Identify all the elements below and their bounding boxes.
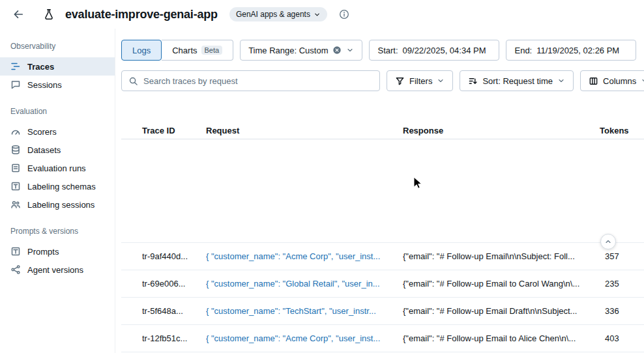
back-button[interactable] bbox=[9, 5, 27, 23]
response-cell: {"email": "# Follow-up Email\n\nSubject:… bbox=[403, 251, 600, 261]
section-prompts-versions: Prompts & versions bbox=[0, 214, 115, 242]
sidebar-item-label: Traces bbox=[27, 62, 54, 72]
trace-id-cell[interactable]: tr-12fb51c... bbox=[142, 333, 206, 343]
chevron-down-icon bbox=[346, 46, 354, 54]
sessions-icon bbox=[10, 79, 21, 90]
sidebar-item-evaluation-runs[interactable]: Evaluation runs bbox=[0, 159, 115, 177]
sort-button[interactable]: Sort: Request time bbox=[460, 70, 574, 91]
sidebar: Observability Traces Sessions Evaluation… bbox=[0, 29, 115, 353]
end-value: 11/19/2025, 02:26 PM bbox=[536, 46, 619, 55]
table-header-row: Trace ID Request Response Tokens bbox=[121, 122, 644, 139]
request-cell[interactable]: { "customer_name": "TechStart", "user_in… bbox=[206, 306, 403, 316]
end-date-field[interactable]: End: 11/19/2025, 02:26 PM bbox=[506, 40, 636, 61]
sidebar-item-labeling-sessions[interactable]: Labeling sessions bbox=[0, 195, 115, 214]
chevron-down-icon bbox=[557, 77, 565, 85]
page-title: evaluate-improve-genai-app bbox=[65, 8, 218, 21]
sidebar-item-prompts[interactable]: Prompts bbox=[0, 242, 115, 261]
info-icon[interactable] bbox=[339, 9, 349, 20]
request-cell[interactable]: { "customer_name": "Acme Corp", "user_in… bbox=[206, 333, 403, 343]
filters-button[interactable]: Filters bbox=[387, 70, 453, 91]
trace-id-cell[interactable]: tr-5f648a... bbox=[142, 306, 206, 316]
columns-button[interactable]: Columns bbox=[580, 70, 644, 91]
section-evaluation: Evaluation bbox=[0, 94, 115, 122]
labeling-sessions-icon bbox=[10, 199, 21, 210]
toolbar-row-1: Logs Charts Beta Time Range: Custom Star… bbox=[121, 40, 644, 61]
start-label: Start: bbox=[377, 46, 398, 55]
response-cell: {"email": "# Follow-up Email to Carol Wa… bbox=[403, 279, 600, 289]
tokens-cell: 336 bbox=[600, 306, 644, 316]
sidebar-item-label: Scorers bbox=[27, 127, 57, 137]
table-row[interactable]: tr-9af440d... { "customer_name": "Acme C… bbox=[121, 243, 644, 270]
scroll-top-button[interactable] bbox=[600, 234, 616, 249]
col-header-request[interactable]: Request bbox=[206, 126, 403, 135]
scorers-icon bbox=[10, 126, 21, 137]
request-cell[interactable]: { "customer_name": "Global Retail", "use… bbox=[206, 279, 403, 289]
beta-badge: Beta bbox=[201, 46, 223, 55]
table-row[interactable]: tr-5f648a... { "customer_name": "TechSta… bbox=[121, 298, 644, 325]
main-content: Logs Charts Beta Time Range: Custom Star… bbox=[115, 29, 644, 353]
sidebar-item-agent-versions[interactable]: Agent versions bbox=[0, 261, 115, 279]
sidebar-item-scorers[interactable]: Scorers bbox=[0, 122, 115, 141]
toolbar-row-2: Filters Sort: Request time Columns bbox=[121, 70, 644, 91]
filter-icon bbox=[395, 76, 405, 86]
sidebar-item-label: Sessions bbox=[27, 80, 62, 90]
col-header-trace-id[interactable]: Trace ID bbox=[142, 126, 206, 135]
view-tabs: Logs Charts Beta bbox=[121, 40, 233, 61]
response-cell: {"email": "# Follow-up Email to Alice Ch… bbox=[403, 333, 600, 343]
columns-label: Columns bbox=[603, 76, 636, 86]
time-range-label: Time Range: Custom bbox=[248, 46, 328, 55]
chevron-up-icon bbox=[604, 238, 612, 246]
labeling-schemas-icon bbox=[10, 181, 21, 191]
tokens-cell: 357 bbox=[600, 251, 644, 261]
sort-icon bbox=[468, 76, 478, 86]
tab-charts[interactable]: Charts Beta bbox=[162, 40, 233, 61]
sidebar-item-label: Datasets bbox=[27, 145, 61, 155]
tokens-cell: 403 bbox=[600, 333, 644, 343]
col-header-response[interactable]: Response bbox=[403, 126, 600, 135]
tab-logs-label: Logs bbox=[132, 46, 151, 55]
traces-icon bbox=[10, 61, 21, 72]
datasets-icon bbox=[10, 145, 21, 155]
trace-id-cell[interactable]: tr-69e006... bbox=[142, 279, 206, 289]
sidebar-item-sessions[interactable]: Sessions bbox=[0, 76, 115, 94]
sidebar-item-label: Agent versions bbox=[27, 265, 83, 275]
start-date-field[interactable]: Start: 09/22/2025, 04:34 PM bbox=[369, 40, 499, 61]
chevron-down-icon bbox=[314, 11, 321, 18]
table-row[interactable]: tr-69e006... { "customer_name": "Global … bbox=[121, 270, 644, 298]
search-box[interactable] bbox=[121, 70, 380, 91]
tokens-cell: 235 bbox=[600, 279, 644, 289]
clear-time-range-icon[interactable] bbox=[332, 46, 342, 55]
sort-label: Sort: Request time bbox=[482, 76, 553, 86]
chevron-down-icon bbox=[437, 77, 445, 85]
table-empty-space bbox=[121, 139, 644, 243]
topbar: evaluate-improve-genai-app GenAI apps & … bbox=[0, 0, 644, 29]
section-observability: Observability bbox=[0, 29, 115, 57]
chevron-down-icon bbox=[641, 77, 644, 85]
prompts-icon bbox=[10, 246, 21, 257]
sidebar-item-traces[interactable]: Traces bbox=[0, 57, 115, 76]
search-input[interactable] bbox=[143, 76, 373, 86]
arrow-left-icon bbox=[12, 8, 24, 20]
sidebar-item-label: Labeling schemas bbox=[27, 182, 96, 191]
table-row[interactable]: tr-12fb51c... { "customer_name": "Acme C… bbox=[121, 325, 644, 352]
trace-id-cell[interactable]: tr-9af440d... bbox=[142, 251, 206, 261]
columns-icon bbox=[589, 76, 598, 86]
filters-label: Filters bbox=[409, 76, 432, 86]
experiment-icon bbox=[43, 8, 55, 20]
time-range-chip[interactable]: Time Range: Custom bbox=[240, 40, 362, 61]
genai-apps-dropdown[interactable]: GenAI apps & agents bbox=[229, 7, 327, 21]
evaluation-runs-icon bbox=[10, 163, 21, 173]
traces-table: Trace ID Request Response Tokens tr-9af4… bbox=[121, 122, 644, 352]
end-label: End: bbox=[514, 46, 532, 55]
request-cell[interactable]: { "customer_name": "Acme Corp", "user_in… bbox=[206, 251, 403, 261]
sidebar-item-label: Evaluation runs bbox=[27, 163, 86, 173]
col-header-tokens[interactable]: Tokens bbox=[600, 126, 644, 135]
sidebar-item-labeling-schemas[interactable]: Labeling schemas bbox=[0, 177, 115, 195]
sidebar-item-label: Labeling sessions bbox=[27, 200, 95, 210]
sidebar-item-datasets[interactable]: Datasets bbox=[0, 141, 115, 159]
search-icon bbox=[128, 76, 138, 86]
tab-logs[interactable]: Logs bbox=[121, 40, 162, 61]
start-value: 09/22/2025, 04:34 PM bbox=[403, 46, 486, 55]
response-cell: {"email": "# Follow-up Email Draft\n\nSu… bbox=[403, 306, 600, 316]
sidebar-item-label: Prompts bbox=[27, 247, 59, 257]
